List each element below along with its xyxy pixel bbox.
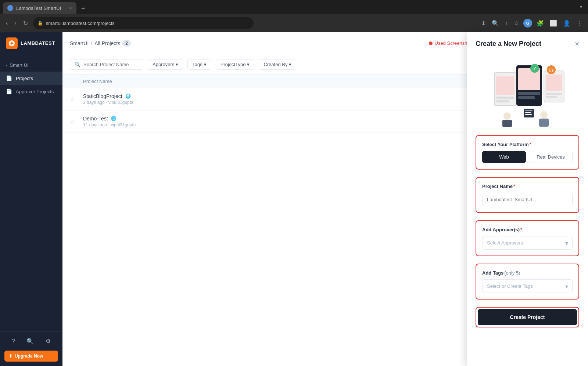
upgrade-sidebar-label: Upgrade Now	[15, 354, 43, 359]
tab-bar: LambdaTest SmartUI × + ▾	[0, 0, 588, 14]
sidebar-bottom: ? 🔍 ⚙	[0, 331, 62, 351]
active-tab[interactable]: LambdaTest SmartUI ×	[3, 2, 76, 14]
browser-layout-icon[interactable]: ⬜	[548, 18, 559, 28]
approvers-label: Add Approver(s)*	[482, 227, 573, 232]
breadcrumb: SmartUI / All Projects 2	[70, 40, 131, 47]
platform-buttons: Web Real Devices	[482, 151, 573, 163]
settings-icon[interactable]: ⚙	[46, 338, 51, 345]
platform-real-devices-button[interactable]: Real Devices	[529, 151, 573, 163]
sidebar-item-approver-projects[interactable]: 📄 Approver Projects	[0, 85, 62, 98]
star-col: ☆	[70, 118, 83, 125]
sidebar-item-projects[interactable]: 📄 Projects	[0, 72, 62, 85]
filter-tags-button[interactable]: Tags ▾	[187, 59, 211, 70]
tags-sublabel: (only 5)	[504, 270, 520, 276]
tab-title: LambdaTest SmartUI	[16, 6, 66, 11]
tags-label: Add Tags (only 5)	[482, 270, 573, 276]
chrome-user-avatar[interactable]: G	[523, 19, 532, 28]
approvers-select[interactable]: Select Approvers	[482, 236, 573, 250]
platform-label: Select Your Platform*	[482, 142, 573, 147]
reload-button[interactable]: ↻	[22, 18, 29, 28]
tab-list-arrow[interactable]: ▾	[580, 4, 582, 10]
sidebar-nav: ‹ Smart UI 📄 Projects 📄 Approver Project…	[0, 54, 62, 331]
breadcrumb-smartui[interactable]: SmartUI	[70, 40, 89, 46]
svg-rect-12	[546, 93, 562, 95]
tags-section: Add Tags (only 5) Select or Create Tags	[476, 264, 579, 300]
breadcrumb-separator: /	[91, 40, 92, 46]
address-bar: ‹ › ↻ 🔒 smartui.lambdatest.com/projects …	[0, 14, 588, 32]
search-project-input[interactable]: 🔍	[70, 59, 143, 70]
globe-icon: 🌐	[111, 116, 116, 121]
star-icon[interactable]: ☆	[70, 119, 75, 125]
app-container: LAMBDATEST ‹ Smart UI 📄 Projects 📄 Appro…	[0, 32, 588, 366]
filter-approvers-button[interactable]: Approvers ▾	[148, 59, 183, 70]
project-type-chevron-icon: ▾	[247, 62, 250, 67]
breadcrumb-all-projects: All Projects	[94, 40, 120, 46]
filter-created-by-button[interactable]: Created By ▾	[259, 59, 296, 70]
share-icon[interactable]: ↑	[503, 18, 509, 28]
upgrade-sidebar-button[interactable]: ⬆ Upgrade Now	[4, 351, 58, 362]
tags-select[interactable]: Select or Create Tags	[482, 279, 573, 293]
url-bar[interactable]: 🔒 smartui.lambdatest.com/projects	[33, 17, 254, 29]
svg-rect-5	[496, 100, 509, 102]
panel-close-button[interactable]: ×	[575, 40, 579, 48]
star-icon[interactable]: ☆	[70, 96, 75, 102]
sidebar-back-button[interactable]: ‹ Smart UI	[0, 59, 62, 72]
panel-title: Create a New Project	[476, 40, 541, 48]
project-time: 11 days ago	[83, 122, 107, 127]
tab-favicon	[7, 5, 13, 11]
browser-actions: ⬇ 🔍 ↑ ☆ G 🧩 ⬜ 👤 ⋮	[480, 18, 584, 28]
forward-button[interactable]: ›	[13, 18, 18, 28]
menu-icon[interactable]: ⋮	[575, 18, 584, 28]
tab-close-button[interactable]: ×	[69, 5, 72, 11]
project-user: vipul31gupta	[111, 122, 136, 127]
svg-text:✓: ✓	[533, 66, 537, 71]
col-project-name-header: Project Name	[83, 79, 492, 84]
tags-placeholder: Select or Create Tags	[487, 283, 533, 289]
globe-icon: 🌐	[125, 94, 131, 99]
star-col: ☆	[70, 96, 83, 103]
svg-point-0	[8, 6, 12, 10]
browser-chrome: LambdaTest SmartUI × + ▾ ‹ › ↻ 🔒 smartui…	[0, 0, 588, 32]
svg-rect-11	[546, 75, 562, 91]
project-name: StaticBlogProject	[83, 93, 122, 99]
platform-section: Select Your Platform* Web Real Devices	[476, 135, 579, 170]
sidebar-back-label: Smart UI	[10, 62, 28, 68]
search-sidebar-icon[interactable]: 🔍	[26, 338, 34, 345]
bookmark-icon[interactable]: ☆	[512, 18, 520, 28]
approvers-placeholder: Select Approvers	[487, 240, 523, 246]
approvers-chevron-icon: ▾	[176, 62, 178, 67]
create-project-panel: Create a New Project ×	[467, 32, 588, 366]
projects-count-badge: 2	[122, 40, 131, 47]
help-icon[interactable]: ?	[12, 338, 15, 345]
platform-web-button[interactable]: Web	[482, 151, 526, 163]
search-browser-icon[interactable]: 🔍	[490, 18, 501, 28]
project-time: 3 days ago	[83, 100, 105, 105]
new-tab-button[interactable]: +	[78, 4, 88, 14]
svg-rect-24	[525, 112, 531, 113]
panel-illustration: ✓ CY	[476, 54, 579, 135]
project-name-label: Project Name*	[482, 184, 573, 189]
project-type-filter-label: ProjectType	[220, 62, 246, 67]
search-input-field[interactable]	[83, 62, 135, 67]
extensions-icon[interactable]: 🧩	[535, 18, 545, 28]
back-button[interactable]: ‹	[4, 18, 9, 28]
project-name-col: StaticBlogProject 🌐 3 days ago · vipul31…	[83, 93, 492, 105]
approver-icon: 📄	[6, 88, 12, 94]
projects-icon: 📄	[6, 75, 12, 81]
svg-text:CY: CY	[549, 68, 554, 72]
project-meta: 11 days ago · vipul31gupta	[83, 122, 492, 127]
project-name-input[interactable]	[482, 193, 573, 206]
create-button-wrapper: Create Project	[476, 307, 579, 327]
svg-rect-21	[539, 119, 549, 127]
create-project-button[interactable]: Create Project	[478, 309, 577, 325]
lock-icon: 🔒	[37, 21, 43, 26]
svg-rect-3	[496, 76, 514, 95]
search-icon: 🔍	[75, 62, 80, 67]
approvers-filter-label: Approvers	[153, 62, 174, 67]
filter-project-type-button[interactable]: ProjectType ▾	[216, 59, 255, 70]
profile-icon[interactable]: 👤	[562, 18, 572, 28]
svg-rect-19	[502, 120, 512, 127]
download-icon[interactable]: ⬇	[480, 18, 487, 28]
tags-filter-label: Tags	[192, 62, 202, 67]
svg-rect-8	[518, 92, 540, 95]
